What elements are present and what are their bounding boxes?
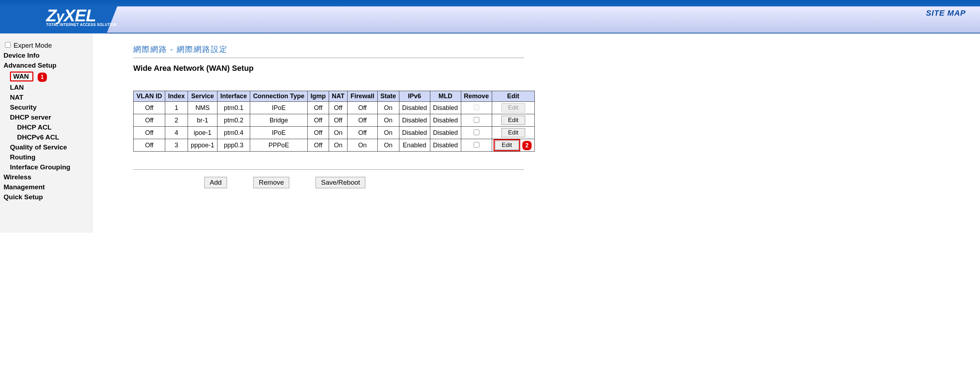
expert-mode-label: Expert Mode [13, 42, 52, 49]
table-cell: NMS [188, 102, 218, 114]
table-cell: Disabled [399, 102, 430, 114]
table-cell: 1 [165, 102, 188, 114]
table-cell: Off [134, 102, 165, 114]
table-cell: 2 [165, 114, 188, 127]
remove-cell [461, 139, 492, 152]
table-cell: Disabled [399, 127, 430, 139]
table-cell: Disabled [430, 114, 461, 127]
table-cell: On [347, 139, 377, 152]
table-row: Off3pppoe-1ppp0.3PPPoEOffOnOnOnEnabledDi… [134, 139, 535, 152]
remove-checkbox[interactable] [474, 129, 479, 135]
main-content: 網際網路 - 網際網路設定 Wide Area Network (WAN) Se… [92, 34, 564, 233]
wan-col-4: Connection Type [250, 91, 308, 102]
wan-col-9: IPv6 [399, 91, 430, 102]
table-cell: On [377, 127, 399, 139]
edit-cell: Edit2 [492, 139, 535, 152]
annotation-badge-2: 2 [522, 141, 531, 150]
sidebar-item-wan[interactable]: WAN [10, 72, 33, 82]
wan-col-12: Edit [492, 91, 535, 102]
edit-button[interactable]: Edit [501, 116, 525, 125]
table-cell: On [377, 102, 399, 114]
wan-col-2: Service [188, 91, 218, 102]
brand-name: ZyXEL [46, 7, 117, 24]
remove-cell [461, 127, 492, 139]
table-cell: Bridge [250, 114, 308, 127]
sitemap-link[interactable]: SITE MAP [926, 8, 966, 18]
table-cell: On [377, 114, 399, 127]
table-cell: ptm0.1 [218, 102, 250, 114]
table-cell: On [329, 139, 347, 152]
table-cell: Disabled [399, 114, 430, 127]
sidebar-item-lan[interactable]: LAN [10, 84, 24, 91]
divider-top [133, 58, 524, 58]
sidebar-item-nat[interactable]: NAT [10, 94, 24, 101]
save-reboot-button[interactable]: Save/Reboot [315, 177, 365, 188]
brand-logo: ZyXEL TOTAL INTERNET ACCESS SOLUTION [46, 7, 117, 27]
expert-mode-checkbox[interactable] [5, 42, 11, 48]
table-cell: On [377, 139, 399, 152]
table-cell: Disabled [430, 102, 461, 114]
remove-checkbox [474, 105, 479, 110]
sidebar-item-security[interactable]: Security [10, 104, 37, 111]
sidebar-item-qos[interactable]: Quality of Service [10, 144, 67, 151]
wan-col-10: MLD [430, 91, 461, 102]
table-cell: ipoe-1 [188, 127, 218, 139]
table-cell: 4 [165, 127, 188, 139]
divider-bottom [133, 169, 524, 170]
wan-col-8: State [377, 91, 399, 102]
remove-cell [461, 102, 492, 114]
table-cell: Off [307, 102, 329, 114]
table-cell: ppp0.3 [218, 139, 250, 152]
page-title: Wide Area Network (WAN) Setup [133, 64, 550, 73]
sidebar-item-advanced-setup[interactable]: Advanced Setup [3, 62, 57, 69]
table-cell: Off [307, 139, 329, 152]
table-cell: Off [134, 114, 165, 127]
edit-cell: Edit [492, 102, 535, 114]
add-button[interactable]: Add [204, 177, 227, 188]
table-cell: br-1 [188, 114, 218, 127]
sidebar-item-dhcpv6-acl[interactable]: DHCPv6 ACL [17, 133, 59, 141]
wan-col-3: Interface [218, 91, 250, 102]
edit-button: Edit [501, 103, 525, 112]
table-cell: Disabled [430, 127, 461, 139]
sidebar-item-management[interactable]: Management [3, 183, 45, 191]
table-cell: ptm0.4 [218, 127, 250, 139]
wan-col-7: Firewall [347, 91, 377, 102]
table-row: Off2br-1ptm0.2BridgeOffOffOffOnDisabledD… [134, 114, 535, 127]
table-cell: Off [307, 114, 329, 127]
table-cell: IPoE [250, 102, 308, 114]
annotation-badge-1: 1 [38, 73, 47, 82]
sidebar-item-dhcp-acl[interactable]: DHCP ACL [17, 123, 51, 131]
edit-button[interactable]: Edit [501, 128, 525, 137]
table-cell: IPoE [250, 127, 308, 139]
edit-button[interactable]: Edit [495, 141, 519, 150]
table-cell: Enabled [399, 139, 430, 152]
remove-cell [461, 114, 492, 127]
table-row: Off1NMSptm0.1IPoEOffOffOffOnDisabledDisa… [134, 102, 535, 114]
remove-button[interactable]: Remove [253, 177, 289, 188]
table-cell: Off [329, 102, 347, 114]
sidebar-item-quick-setup[interactable]: Quick Setup [3, 193, 43, 201]
table-cell: On [329, 127, 347, 139]
table-cell: pppoe-1 [188, 139, 218, 152]
edit-cell: Edit [492, 114, 535, 127]
sidebar-item-interface-grouping[interactable]: Interface Grouping [10, 163, 70, 171]
table-cell: ptm0.2 [218, 114, 250, 127]
table-cell: PPPoE [250, 139, 308, 152]
table-cell: 3 [165, 139, 188, 152]
table-cell: Off [347, 114, 377, 127]
wan-col-1: Index [165, 91, 188, 102]
table-cell: Off [347, 102, 377, 114]
sidebar-item-dhcp-server[interactable]: DHCP server [10, 113, 51, 121]
sidebar-item-device-info[interactable]: Device Info [3, 51, 40, 59]
sidebar-item-wireless[interactable]: Wireless [3, 173, 31, 181]
remove-checkbox[interactable] [474, 117, 479, 123]
wan-col-5: Igmp [307, 91, 329, 102]
sidebar: Expert Mode Device Info Advanced Setup W… [0, 34, 92, 233]
table-cell: Disabled [430, 139, 461, 152]
remove-checkbox[interactable] [474, 142, 479, 148]
table-cell: Off [307, 127, 329, 139]
sidebar-item-routing[interactable]: Routing [10, 153, 35, 161]
brand-tagline: TOTAL INTERNET ACCESS SOLUTION [46, 23, 117, 27]
edit-cell: Edit [492, 127, 535, 139]
